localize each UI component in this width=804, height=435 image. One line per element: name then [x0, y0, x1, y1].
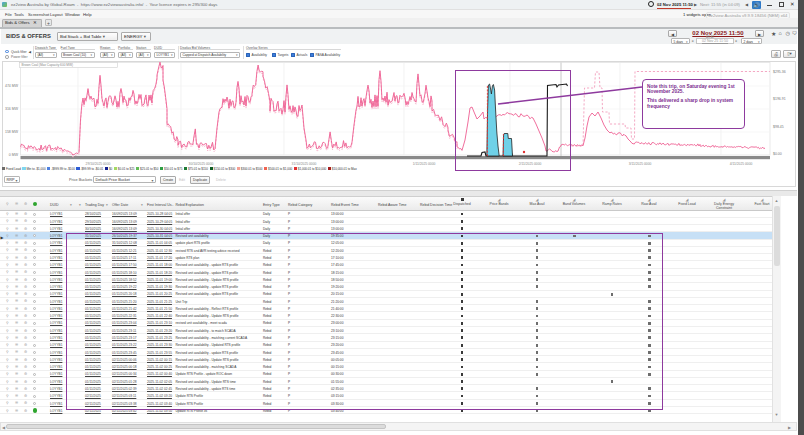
- svg-text:Brown Coal (Max Capacity 600 M: Brown Coal (Max Capacity 600 MW): [22, 63, 74, 67]
